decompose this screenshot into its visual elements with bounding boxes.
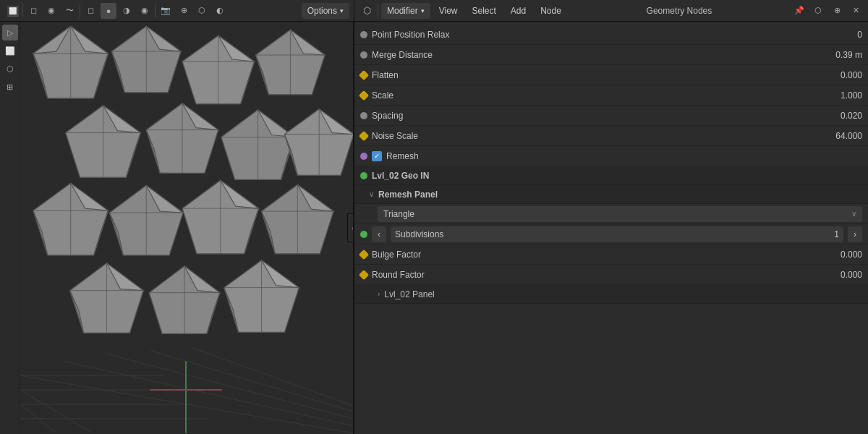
remesh-panel-chevron-icon: ∨: [369, 190, 374, 198]
triangle-dropdown-arrow-icon: ∨: [851, 210, 856, 218]
dot-round-factor: [359, 269, 369, 279]
lvl02-panel-chevron-icon: ›: [378, 290, 380, 298]
viewport-overlay-btn[interactable]: ⬡: [194, 3, 210, 19]
dot-noise-scale: [359, 130, 369, 140]
editor-type-btn[interactable]: 🔲: [4, 3, 20, 19]
triangle-dropdown[interactable]: Triangle ∨: [378, 206, 862, 222]
pin-btn[interactable]: 📌: [791, 3, 807, 19]
dot-merge-distance: [360, 51, 367, 59]
node-editor-type-btn[interactable]: ⬡: [359, 3, 375, 19]
section-remesh-panel[interactable]: ∨ Remesh Panel: [354, 185, 868, 204]
dot-lvl02-geo-in: [360, 172, 367, 179]
remesh-checkbox-row[interactable]: ✓ Remesh: [354, 146, 868, 166]
collapse-icon: ‹: [352, 224, 354, 232]
dot-bulge-factor: [359, 249, 369, 259]
prop-bulge-factor[interactable]: Bulge Factor 0.000: [354, 244, 868, 265]
viewport-camera-btn[interactable]: 📷: [158, 3, 174, 19]
options-chevron-icon: ▾: [340, 7, 344, 14]
node-editor-toolbar: ⬡ Modifier ▾ View Select Add Node Geomet…: [354, 0, 868, 21]
lvl02-panel-collapsed[interactable]: › Lvl_02 Panel: [354, 285, 868, 304]
shading-wire-btn[interactable]: ◻: [82, 3, 98, 19]
tool-sidebar: ▷ ⬜ ⬡ ⊞: [0, 22, 20, 434]
mode-edit-btn[interactable]: ◉: [43, 3, 59, 19]
dot-subdivisions: [360, 231, 367, 238]
dot-point-position-relax: [360, 31, 367, 38]
chevron-left-icon: ‹: [378, 229, 380, 239]
modifier-menu-btn[interactable]: Modifier ▾: [381, 3, 430, 19]
shading-solid-btn[interactable]: ●: [101, 3, 116, 19]
select-all-btn[interactable]: ⊞: [2, 79, 18, 95]
prop-noise-scale[interactable]: Noise Scale 64.000: [354, 126, 868, 146]
options-button[interactable]: Options ▾: [302, 3, 349, 19]
add-menu-btn[interactable]: Add: [505, 3, 532, 19]
shading-render-btn[interactable]: ◉: [137, 3, 153, 19]
properties-panel: Point Position Relax 0 Merge Distance 0.…: [354, 22, 868, 434]
prop-round-factor[interactable]: Round Factor 0.000: [354, 265, 868, 285]
triangle-dropdown-row: Triangle ∨: [354, 204, 868, 224]
box-select-btn[interactable]: ⬜: [2, 43, 18, 59]
close-btn[interactable]: ✕: [848, 3, 864, 19]
prop-scale[interactable]: Scale 1.000: [354, 85, 868, 106]
mode-object-btn[interactable]: ◻: [25, 3, 41, 19]
prop-spacing[interactable]: Spacing 0.020: [354, 106, 868, 126]
select-menu-btn[interactable]: Select: [466, 3, 501, 19]
mode-sculpt-btn[interactable]: 〜: [61, 3, 77, 19]
dot-scale: [359, 90, 369, 100]
dot-flatten: [359, 69, 369, 80]
subdivisions-decrease-btn[interactable]: ‹: [372, 226, 386, 242]
dot-spacing: [360, 112, 367, 119]
section-lvl02-geo-in: Lvl_02 Geo IN: [354, 166, 868, 185]
chevron-right-icon: ›: [854, 229, 856, 239]
subdivisions-value-field[interactable]: Subdivisions 1: [391, 226, 843, 242]
node-editor-title: Geometry Nodes: [647, 6, 712, 16]
lasso-select-btn[interactable]: ⬡: [2, 61, 18, 77]
remesh-checkbox[interactable]: ✓: [372, 151, 382, 161]
right-panel: Point Position Relax 0 Merge Distance 0.…: [354, 22, 868, 434]
snapping-btn[interactable]: ⊕: [829, 3, 845, 19]
prop-merge-distance[interactable]: Merge Distance 0.39 m: [354, 45, 868, 65]
node-menu-btn[interactable]: Node: [535, 3, 567, 19]
overlay-node-btn[interactable]: ⬡: [810, 3, 826, 19]
3d-viewport: ▷ ⬜ ⬡ ⊞: [0, 22, 354, 434]
viewport-collapse-handle[interactable]: ‹: [347, 213, 354, 242]
viewport-xray-btn[interactable]: ◐: [212, 3, 228, 19]
subdivisions-increase-btn[interactable]: ›: [848, 226, 862, 242]
viewport-gizmo-btn[interactable]: ⊕: [176, 3, 192, 19]
dot-remesh: [360, 153, 367, 160]
viewport-toolbar: 🔲 ◻ ◉ 〜 ◻ ● ◑ ◉ 📷 ⊕ ⬡ ◐ Options ▾: [0, 0, 354, 21]
subdivisions-stepper-row: ‹ Subdivisions 1 ›: [354, 224, 868, 244]
select-tool-btn[interactable]: ▷: [2, 25, 18, 41]
view-menu-btn[interactable]: View: [433, 3, 464, 19]
prop-point-position-relax[interactable]: Point Position Relax 0: [354, 25, 868, 45]
modifier-chevron-icon: ▾: [421, 7, 425, 14]
shading-material-btn[interactable]: ◑: [119, 3, 135, 19]
prop-flatten[interactable]: Flatten 0.000: [354, 65, 868, 85]
